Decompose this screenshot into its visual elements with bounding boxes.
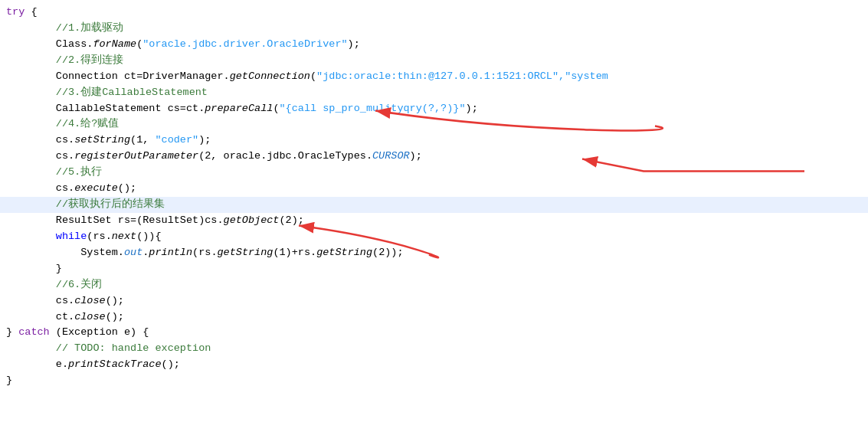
line-content-2: //1.加载驱动 (0, 21, 123, 37)
line-content-10: cs.registerOutParameter(2, oracle.jdbc.O… (0, 149, 422, 165)
line-content-7: CallableStatement cs=ct.prepareCall("{ca… (0, 101, 478, 117)
token-15-0: while (56, 231, 87, 242)
code-line-10: cs.registerOutParameter(2, oracle.jdbc.O… (0, 149, 868, 165)
line-content-23: e.printStackTrace(); (0, 357, 180, 373)
indent-2 (6, 22, 56, 34)
code-line-15: while(rs.next()){ (0, 229, 868, 245)
line-content-14: ResultSet rs=(ResultSet)cs.getObject(2); (0, 213, 304, 229)
line-content-5: Connection ct=DriverManager.getConnectio… (0, 69, 608, 85)
token-23-2: (); (162, 358, 180, 370)
code-line-13: //获取执行后的结果集 (0, 197, 868, 213)
indent-12 (6, 182, 56, 194)
line-content-17: } (0, 261, 62, 277)
token-5-3: "jdbc:oracle:thin:@127.0.0.1:1521:ORCL" (316, 70, 558, 82)
token-22-0: // TODO: handle exception (56, 342, 211, 354)
line-content-11: //5.执行 (0, 165, 102, 181)
line-content-13: //获取执行后的结果集 (0, 197, 165, 213)
code-line-2: //1.加载驱动 (0, 21, 868, 37)
indent-15 (6, 231, 56, 242)
token-5-2: ( (310, 70, 316, 82)
indent-3 (6, 38, 56, 50)
token-9-2: (1, (130, 134, 155, 146)
token-5-0: Connection ct=DriverManager. (56, 70, 230, 82)
indent-8 (6, 118, 56, 129)
line-content-20: ct.close(); (0, 309, 124, 326)
line-content-1: try { (0, 5, 38, 21)
token-16-8: (2)); (372, 247, 404, 258)
code-line-16: System.out.println(rs.getString(1)+rs.ge… (0, 245, 868, 261)
code-line-12: cs.execute(); (0, 181, 868, 197)
token-20-1: close (74, 311, 106, 322)
line-content-15: while(rs.next()){ (0, 229, 162, 245)
indent-11 (6, 166, 56, 178)
token-16-5: getString (217, 247, 273, 258)
line-content-24: } (0, 373, 12, 389)
token-12-0: cs. (56, 182, 74, 194)
indent-10 (6, 150, 56, 162)
token-10-0: cs. (56, 150, 74, 162)
token-14-0: ResultSet rs=(ResultSet)cs. (56, 214, 224, 226)
indent-5 (6, 70, 56, 82)
token-19-0: cs. (56, 295, 74, 306)
token-3-1: forName (93, 38, 136, 50)
indent-7 (6, 103, 56, 114)
line-content-6: //3.创建CallableStatement (0, 85, 208, 101)
code-block: try { //1.加载驱动 Class.forName("oracle.jdb… (0, 5, 868, 389)
token-21-2: (Exception e) { (50, 326, 149, 338)
token-16-6: (1)+rs. (273, 247, 316, 258)
token-20-2: (); (106, 311, 124, 322)
token-14-1: getObject (224, 214, 280, 226)
indent-18 (6, 279, 56, 290)
token-7-1: prepareCall (205, 103, 273, 114)
indent-16 (6, 247, 80, 258)
code-line-21: } catch (Exception e) { (0, 325, 868, 341)
code-line-11: //5.执行 (0, 165, 868, 181)
code-line-8: //4.给?赋值 (0, 116, 868, 133)
code-line-9: cs.setString(1, "coder"); (0, 133, 868, 149)
token-6-0: //3.创建CallableStatement (56, 87, 208, 98)
code-line-3: Class.forName("oracle.jdbc.driver.Oracle… (0, 37, 868, 53)
token-12-2: (); (118, 182, 136, 194)
token-17-0: } (56, 263, 62, 274)
code-container: try { //1.加载驱动 Class.forName("oracle.jdb… (0, 0, 868, 432)
token-10-4: ); (410, 150, 422, 162)
token-16-0: System. (80, 247, 124, 258)
line-content-21: } catch (Exception e) { (0, 325, 149, 341)
token-15-3: ()){ (136, 231, 161, 242)
line-content-8: //4.给?赋值 (0, 116, 119, 133)
code-line-7: CallableStatement cs=ct.prepareCall("{ca… (0, 101, 868, 117)
token-7-3: "{call sp_pro_mulityqry(?,?)}" (279, 103, 465, 114)
token-19-1: close (74, 295, 106, 306)
token-4-0: //2.得到连接 (56, 54, 123, 66)
token-16-7: getString (316, 247, 372, 258)
code-line-19: cs.close(); (0, 293, 868, 309)
line-content-3: Class.forName("oracle.jdbc.driver.Oracle… (0, 37, 360, 53)
token-10-1: registerOutParameter (74, 150, 198, 162)
token-18-0: //6.关闭 (56, 279, 102, 290)
token-11-0: //5.执行 (56, 166, 102, 178)
indent-4 (6, 54, 56, 66)
token-5-4: ,"system (558, 70, 608, 82)
code-line-14: ResultSet rs=(ResultSet)cs.getObject(2); (0, 213, 868, 229)
code-line-23: e.printStackTrace(); (0, 357, 868, 373)
token-9-0: cs. (56, 134, 74, 146)
code-line-4: //2.得到连接 (0, 53, 868, 69)
line-content-22: // TODO: handle exception (0, 341, 211, 357)
indent-17 (6, 263, 56, 274)
indent-9 (6, 134, 56, 146)
token-5-1: getConnection (230, 70, 310, 82)
token-23-1: printStackTrace (68, 358, 162, 370)
code-line-6: //3.创建CallableStatement (0, 85, 868, 101)
token-16-3: println (149, 247, 192, 258)
token-23-0: e. (56, 358, 68, 370)
token-21-1: catch (18, 326, 50, 338)
indent-19 (6, 295, 56, 306)
token-3-3: "oracle.jdbc.driver.OracleDriver" (142, 38, 347, 50)
line-content-9: cs.setString(1, "coder"); (0, 133, 211, 149)
code-line-18: //6.关闭 (0, 277, 868, 293)
token-1-0: try (6, 6, 25, 18)
token-16-4: (rs. (192, 247, 217, 258)
indent-13 (6, 198, 56, 210)
token-10-2: (2, oracle.jdbc.OracleTypes. (198, 150, 372, 162)
line-content-12: cs.execute(); (0, 181, 136, 197)
